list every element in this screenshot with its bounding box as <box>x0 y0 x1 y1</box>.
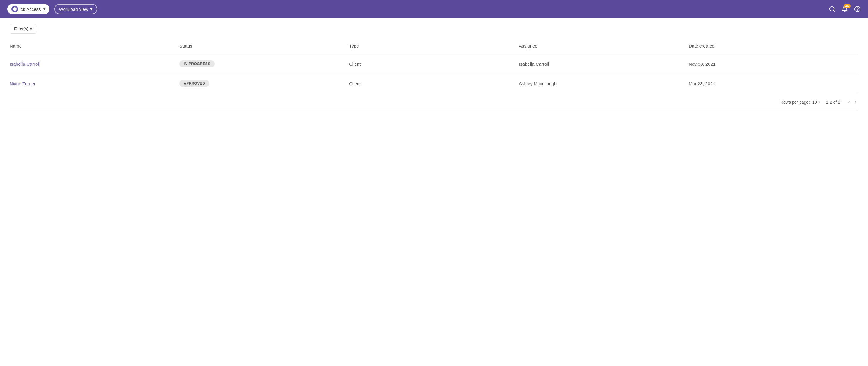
table-row: Nixon Turner APPROVED Client Ashley Mccu… <box>10 74 858 93</box>
cell-date-nixon: Mar 23, 2021 <box>689 80 858 87</box>
pagination-arrows: ‹ › <box>846 98 858 106</box>
cell-type-nixon: Client <box>349 80 519 87</box>
column-header-status: Status <box>179 41 349 51</box>
status-badge-in-progress: IN PROGRESS <box>179 60 215 67</box>
status-badge-approved: APPROVED <box>179 80 209 87</box>
filter-bar: Filter(s) ▾ <box>10 24 858 34</box>
name-link-isabella[interactable]: Isabella Carroll <box>10 62 40 67</box>
help-button[interactable] <box>854 6 861 12</box>
workload-view-label: Workload view <box>59 7 88 12</box>
help-icon <box>854 6 861 12</box>
notification-button[interactable]: 46 <box>841 6 848 12</box>
rows-per-page-chevron-icon: ▾ <box>818 100 820 104</box>
cell-type-isabella: Client <box>349 60 519 68</box>
pagination-range: 1-2 of 2 <box>826 100 840 104</box>
pagination-next-button[interactable]: › <box>853 98 858 106</box>
rows-per-page-select[interactable]: 10 ▾ <box>812 100 820 104</box>
filter-chevron-icon: ▾ <box>30 27 32 31</box>
cb-access-chevron-icon: ▾ <box>43 7 45 11</box>
notification-badge: 46 <box>844 4 850 8</box>
cb-access-button[interactable]: cb Access ▾ <box>7 4 50 14</box>
column-header-assignee: Assignee <box>519 41 689 51</box>
cb-logo-icon <box>11 6 18 12</box>
rows-per-page-container: Rows per page: 10 ▾ <box>780 100 820 104</box>
table-header: Name Status Type Assignee Date created <box>10 41 858 54</box>
cell-name-isabella: Isabella Carroll <box>10 60 179 68</box>
rows-per-page-label: Rows per page: <box>780 100 810 104</box>
cell-status-nixon: APPROVED <box>179 79 349 88</box>
workload-chevron-icon: ▾ <box>90 6 93 12</box>
filter-label: Filter(s) <box>14 27 28 31</box>
cell-name-nixon: Nixon Turner <box>10 80 179 87</box>
search-button[interactable] <box>829 6 835 12</box>
cell-assignee-isabella: Isabella Carroll <box>519 60 689 68</box>
cell-assignee-nixon: Ashley Mccullough <box>519 80 689 87</box>
main-content: Filter(s) ▾ Name Status Type Assignee Da… <box>0 18 868 366</box>
pagination-bar: Rows per page: 10 ▾ 1-2 of 2 ‹ › <box>10 93 858 111</box>
cell-status-isabella: IN PROGRESS <box>179 59 349 69</box>
name-link-nixon[interactable]: Nixon Turner <box>10 81 36 86</box>
app-header: cb Access ▾ Workload view ▾ 46 <box>0 0 868 18</box>
header-right: 46 <box>829 6 861 12</box>
table-row: Isabella Carroll IN PROGRESS Client Isab… <box>10 54 858 74</box>
data-table: Name Status Type Assignee Date created I… <box>10 41 858 111</box>
column-header-type: Type <box>349 41 519 51</box>
cell-date-isabella: Nov 30, 2021 <box>689 60 858 68</box>
rows-per-page-value: 10 <box>812 100 817 104</box>
column-header-date-created: Date created <box>689 41 858 51</box>
header-left: cb Access ▾ Workload view ▾ <box>7 4 97 14</box>
pagination-prev-button[interactable]: ‹ <box>846 98 852 106</box>
workload-view-button[interactable]: Workload view ▾ <box>54 4 97 14</box>
column-header-name: Name <box>10 41 179 51</box>
svg-line-1 <box>833 10 835 11</box>
search-icon <box>829 6 835 12</box>
filter-button[interactable]: Filter(s) ▾ <box>10 24 36 34</box>
cb-access-label: cb Access <box>21 7 41 12</box>
